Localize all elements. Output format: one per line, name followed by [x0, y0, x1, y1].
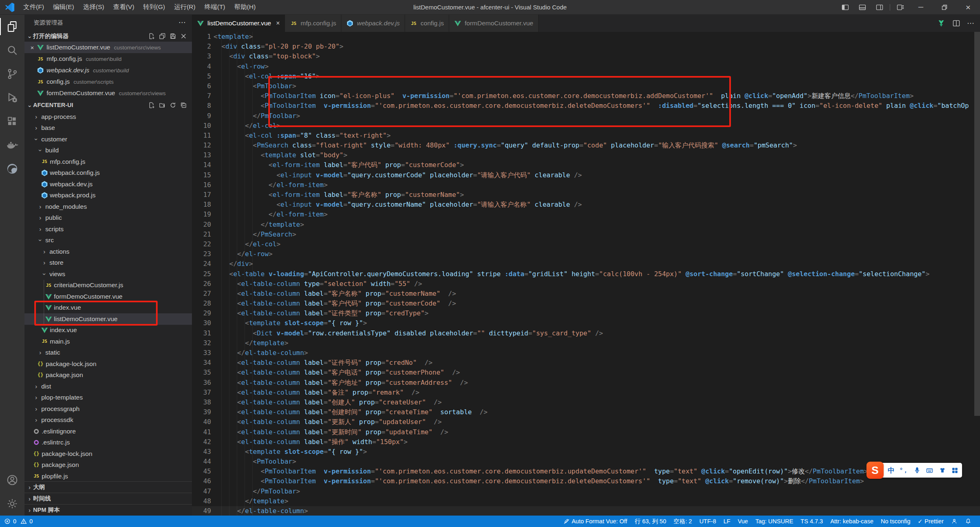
run-debug-icon[interactable]	[0, 86, 24, 109]
code-line[interactable]: <el-table-column type="selection" width=…	[214, 279, 980, 289]
code-line[interactable]: <el-table-column label="证件号码" prop="cred…	[214, 358, 980, 368]
problems-status[interactable]: 0 0	[0, 518, 33, 525]
code-line[interactable]: <el-table-column label="更新人" prop="updat…	[214, 417, 980, 427]
code-line[interactable]: <PmToolbarItem v-permission="'com.primet…	[214, 101, 980, 111]
ime-keyboard-icon[interactable]	[926, 467, 933, 474]
editor-layout-icon[interactable]	[159, 33, 166, 40]
sidebar-more-actions-icon[interactable]: ⋯	[178, 18, 186, 27]
tree-item[interactable]: {}package.json	[24, 460, 192, 471]
split-editor-icon[interactable]	[952, 19, 960, 27]
sogou-logo-icon[interactable]: S	[866, 462, 884, 479]
tree-item[interactable]: {}package-lock.json	[24, 448, 192, 460]
horizontal-scrollbar[interactable]	[192, 506, 980, 516]
line-numbers-gutter[interactable]: 1234567891011121314151617181920212223242…	[192, 32, 211, 516]
code-line[interactable]: <el-table-column label="更新时间" prop="upda…	[214, 427, 980, 437]
code-line[interactable]: <el-table-column label="客户代码" prop="cust…	[214, 299, 980, 308]
extensions-icon[interactable]	[0, 109, 24, 133]
code-line[interactable]: </el-col>	[214, 239, 980, 249]
code-line[interactable]: <template slot-scope="{ row }">	[214, 447, 980, 457]
editor-tab[interactable]: formDemoCustomer.vue	[449, 15, 539, 32]
more-actions-icon[interactable]: ⋯	[967, 19, 974, 28]
open-editor-item[interactable]: JSmfp.config.jscustomer\build	[24, 53, 192, 65]
code-line[interactable]: </PmToolbar>	[214, 487, 980, 496]
tree-item[interactable]: JScriteriaDemoCustomer.js	[24, 280, 192, 291]
explorer-icon[interactable]	[0, 15, 24, 38]
status-item[interactable]: TS 4.7.3	[797, 516, 827, 527]
status-item[interactable]: ✓Prettier	[914, 516, 947, 527]
tree-item[interactable]: ›base	[24, 123, 192, 134]
code-line[interactable]: <PmToolbarItem icon="el-icon-plus" v-per…	[214, 91, 980, 101]
code-line[interactable]: <el-form-item label="客户名称" prop="custome…	[214, 190, 980, 200]
close-all-icon[interactable]	[180, 33, 187, 40]
code-line[interactable]: <el-col :span="8" class="text-right">	[214, 131, 980, 141]
code-line[interactable]: <template>	[214, 32, 980, 42]
toggle-sidebar-icon[interactable]	[837, 0, 854, 14]
code-line[interactable]: </el-col>	[214, 121, 980, 131]
editor-tab[interactable]: webpack.dev.js	[341, 15, 405, 32]
code-line[interactable]: </PmSearch>	[214, 230, 980, 239]
code-line[interactable]: </template>	[214, 496, 980, 506]
open-editor-item[interactable]: ×listDemoCustomer.vuecustomer\src\views	[24, 42, 192, 53]
code-line[interactable]: <PmToolbar>	[214, 457, 980, 467]
menu-item[interactable]: 转到(G)	[139, 0, 169, 14]
code-line[interactable]: <div class="pl-20 pr-20 pb-20">	[214, 42, 980, 51]
code-line[interactable]: </div>	[214, 259, 980, 269]
close-icon[interactable]: ×	[28, 44, 37, 51]
restore-button[interactable]	[933, 0, 956, 14]
volar-vue-icon[interactable]	[937, 19, 946, 28]
editor-tab[interactable]: JSmfp.config.js	[285, 15, 341, 32]
ime-microphone-icon[interactable]	[914, 467, 920, 474]
close-icon[interactable]: ×	[276, 20, 280, 27]
minimize-button[interactable]: ─	[909, 0, 933, 14]
tree-item[interactable]: ›views	[24, 268, 192, 280]
edge-browser-icon[interactable]	[0, 157, 24, 181]
status-item[interactable]	[961, 516, 975, 527]
code-line[interactable]: <el-input v-model="query.customerName" p…	[214, 200, 980, 210]
tree-item[interactable]: ›dist	[24, 381, 192, 392]
menu-item[interactable]: 查看(V)	[109, 0, 139, 14]
status-item[interactable]: Auto Format Vue: Off	[560, 516, 631, 527]
code-line[interactable]: </PmToolbar>	[214, 111, 980, 121]
tree-item[interactable]: {}package.json	[24, 370, 192, 381]
menu-item[interactable]: 终端(T)	[200, 0, 230, 14]
menu-item[interactable]: 帮助(H)	[230, 0, 261, 14]
tree-item[interactable]: ›static	[24, 347, 192, 359]
tree-item[interactable]: ›plop-templates	[24, 392, 192, 404]
tree-item[interactable]: ›processgraph	[24, 403, 192, 415]
open-editors-header[interactable]: ⌄ 打开的编辑器	[24, 30, 192, 42]
tree-item[interactable]: ›public	[24, 212, 192, 224]
status-item[interactable]: Vue	[734, 516, 752, 527]
tree-item[interactable]: ›build	[24, 145, 192, 156]
ime-skin-icon[interactable]	[939, 467, 946, 474]
status-item[interactable]: Tag: UNSURE	[752, 516, 797, 527]
settings-gear-icon[interactable]	[0, 492, 24, 516]
project-root-header[interactable]: ⌄ AFCENTER-UI	[24, 99, 192, 111]
customize-layout-icon[interactable]	[892, 0, 909, 14]
tree-item[interactable]: ›node_modules	[24, 201, 192, 212]
status-item[interactable]: 空格: 2	[670, 516, 696, 527]
code-line[interactable]: <PmToolbarItem v-permission="'com.primet…	[214, 476, 980, 486]
status-item[interactable]: No tsconfig	[877, 516, 914, 527]
code-line[interactable]: <Dict v-model="row.credentialsType" disa…	[214, 328, 980, 338]
tree-item[interactable]: JSplopfile.js	[24, 471, 192, 481]
docker-icon[interactable]	[0, 133, 24, 157]
open-editor-item[interactable]: formDemoCustomer.vuecustomer\src\views	[24, 87, 192, 99]
tree-item[interactable]: .eslintignore	[24, 426, 192, 437]
new-folder-icon[interactable]	[159, 102, 166, 109]
status-item[interactable]: UTF-8	[696, 516, 720, 527]
close-button[interactable]: ×	[956, 0, 980, 14]
code-line[interactable]: <el-table-column label="客户名称" prop="cust…	[214, 289, 980, 299]
code-line[interactable]: <el-row>	[214, 62, 980, 71]
code-line[interactable]: <template slot="body">	[214, 150, 980, 160]
code-line[interactable]: <el-col :span="16">	[214, 71, 980, 81]
new-file-icon[interactable]	[148, 33, 155, 40]
sidebar-section-NPM 脚本[interactable]: ›NPM 脚本	[24, 504, 192, 516]
open-editor-item[interactable]: webpack.dev.jscustomer\build	[24, 65, 192, 76]
tree-item[interactable]: index.vue	[24, 325, 192, 336]
tree-item[interactable]: webpack.dev.js	[24, 179, 192, 190]
collapse-all-icon[interactable]	[180, 102, 187, 109]
toggle-panel-icon[interactable]	[854, 0, 871, 14]
code-line[interactable]: <template slot-scope="{ row }">	[214, 318, 980, 328]
tree-item[interactable]: webpack.config.js	[24, 167, 192, 179]
code-line[interactable]: <el-table-column label="备注" prop="remark…	[214, 388, 980, 397]
